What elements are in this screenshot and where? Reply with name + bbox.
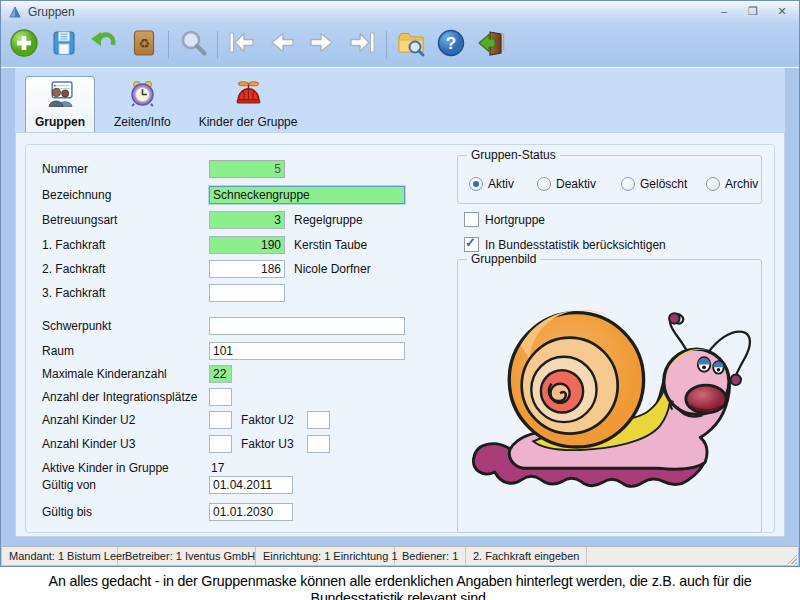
form-panel: Nummer Bezeichnung BetreuungsartRegelgru… <box>25 144 775 533</box>
first-record-icon <box>227 28 257 62</box>
search-button[interactable] <box>174 26 212 64</box>
field-label: 1. Fachkraft <box>42 238 105 252</box>
field-label: Raum <box>42 344 74 358</box>
field-label: Anzahl Kinder U3 <box>42 437 135 451</box>
recycle-bin-icon: ♻ <box>129 28 159 62</box>
toolbar-separator <box>217 31 218 59</box>
gueltig-von-field[interactable] <box>209 476 293 494</box>
radio-label: Aktiv <box>488 177 514 191</box>
field-label: Bezeichnung <box>42 188 111 202</box>
last-record-button[interactable] <box>343 26 381 64</box>
statusbar-einrichtung: Einrichtung: 1 Einrichtung 1 <box>256 547 395 565</box>
window-title: Gruppen <box>28 5 75 19</box>
faktor-u2-field[interactable] <box>307 411 330 429</box>
tab-zeiten-info-label: Zeiten/Info <box>114 115 171 129</box>
field-label: Gültig bis <box>42 505 92 519</box>
exit-door-icon <box>476 28 506 62</box>
browse-search-button[interactable] <box>392 26 430 64</box>
radio-label: Deaktiv <box>556 177 596 191</box>
radio-icon <box>621 177 635 191</box>
last-record-icon <box>347 28 377 62</box>
anzahl-kinder-u2-field[interactable] <box>209 411 232 429</box>
app-window: Gruppen – ❐ ✕ ♻ <box>0 0 800 567</box>
hortgruppe-checkbox[interactable]: Hortgruppe <box>464 212 545 227</box>
save-icon <box>49 28 79 62</box>
statusbar-bediener: Bediener: 1 <box>395 547 466 565</box>
statusbar-hint: 2. Fachkraft eingeben <box>466 547 587 565</box>
betreuungsart-field[interactable] <box>209 211 285 229</box>
tab-gruppen-label: Gruppen <box>35 115 85 129</box>
group-people-icon <box>47 80 74 111</box>
tab-gruppen[interactable]: Gruppen <box>25 76 95 132</box>
field-label: Nummer <box>42 162 88 176</box>
field-label: Faktor U3 <box>241 437 294 451</box>
search-icon <box>178 28 208 62</box>
svg-text:♻: ♻ <box>138 36 150 51</box>
radio-icon <box>537 177 551 191</box>
field-label: Maximale Kinderanzahl <box>42 367 167 381</box>
statusbar: Mandant: 1 Bistum Leer Betreiber: 1 Iven… <box>2 546 798 565</box>
tab-strip: Gruppen Zeiten/Info Kinder der Gruppe <box>15 68 785 132</box>
nummer-field[interactable] <box>209 160 285 178</box>
minimize-button[interactable]: – <box>717 4 731 18</box>
gueltig-bis-field[interactable] <box>209 503 293 521</box>
radio-icon <box>469 177 483 191</box>
fachkraft2-name: Nicole Dorfner <box>294 262 371 276</box>
titlebar: Gruppen – ❐ ✕ <box>1 1 799 24</box>
radio-icon <box>706 177 720 191</box>
groupbox-legend: Gruppenbild <box>467 252 540 266</box>
add-icon <box>9 28 39 62</box>
field-label: Schwerpunkt <box>42 319 111 333</box>
betreuungsart-name: Regelgruppe <box>294 213 363 227</box>
folder-search-icon <box>396 28 426 62</box>
toolbar-separator <box>168 31 169 59</box>
bezeichnung-field[interactable] <box>209 186 405 204</box>
radio-label: Gelöscht <box>640 177 687 191</box>
fachkraft1-name: Kerstin Taube <box>294 238 367 252</box>
first-record-button[interactable] <box>223 26 261 64</box>
add-button[interactable] <box>5 26 43 64</box>
tab-zeiten-info[interactable]: Zeiten/Info <box>105 82 180 132</box>
app-logo-icon <box>8 5 22 19</box>
maximale-kinderanzahl-field[interactable] <box>209 365 232 383</box>
faktor-u3-field[interactable] <box>307 435 330 453</box>
help-icon: ? <box>436 28 466 62</box>
checkbox-icon <box>464 237 479 252</box>
field-label: Gültig von <box>42 478 96 492</box>
fachkraft3-field[interactable] <box>209 284 285 302</box>
anzahl-kinder-u3-field[interactable] <box>209 435 232 453</box>
radio-aktiv[interactable]: Aktiv <box>469 177 514 191</box>
toolbar: ♻ ? <box>1 23 799 68</box>
tab-control: Gruppen Zeiten/Info Kinder der Gruppe <box>15 68 785 537</box>
raum-field[interactable] <box>209 342 405 360</box>
bundesstatistik-checkbox[interactable]: In Bundesstatistik berücksichtigen <box>464 237 666 252</box>
next-record-button[interactable] <box>303 26 341 64</box>
statusbar-filler <box>587 547 798 565</box>
help-button[interactable]: ? <box>432 26 470 64</box>
radio-archiv[interactable]: Archiv <box>706 177 758 191</box>
previous-record-button[interactable] <box>263 26 301 64</box>
exit-button[interactable] <box>472 26 510 64</box>
resize-grip-icon[interactable] <box>786 553 797 564</box>
save-button[interactable] <box>45 26 83 64</box>
radio-label: Archiv <box>725 177 758 191</box>
maximize-button[interactable]: ❐ <box>746 4 760 18</box>
undo-button[interactable] <box>85 26 123 64</box>
radio-deaktiv[interactable]: Deaktiv <box>537 177 596 191</box>
integrationsplaetze-field[interactable] <box>209 388 232 406</box>
field-label: Anzahl Kinder U2 <box>42 413 135 427</box>
undo-icon <box>89 28 119 62</box>
schwerpunkt-field[interactable] <box>209 317 405 335</box>
tab-kinder-der-gruppe[interactable]: Kinder der Gruppe <box>190 82 307 132</box>
fachkraft2-field[interactable] <box>209 260 285 278</box>
alarm-clock-icon <box>129 80 156 111</box>
toolbar-separator <box>386 31 387 59</box>
field-label: Aktive Kinder in Gruppe <box>42 461 169 475</box>
radio-geloescht[interactable]: Gelöscht <box>621 177 687 191</box>
close-button[interactable]: ✕ <box>775 4 789 18</box>
delete-recycle-button[interactable]: ♻ <box>125 26 163 64</box>
aktive-kinder-value: 17 <box>211 461 224 475</box>
form-row: BetreuungsartRegelgruppe <box>42 211 766 229</box>
propeller-cap-icon <box>235 80 262 111</box>
fachkraft1-field[interactable] <box>209 236 285 254</box>
